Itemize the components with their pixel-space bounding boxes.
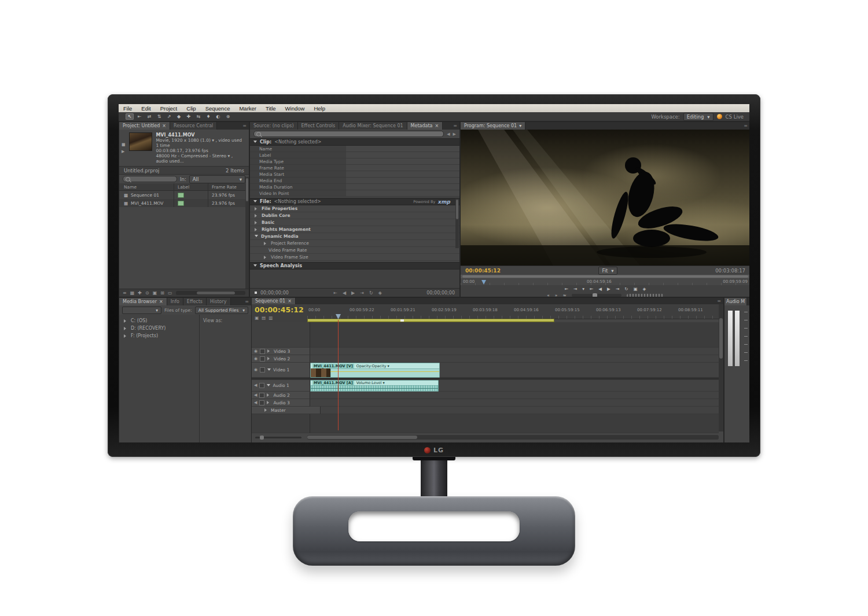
- menu-title[interactable]: Title: [261, 105, 281, 112]
- clip-thumbnail[interactable]: [129, 132, 153, 151]
- sync-lock-icon[interactable]: [260, 349, 265, 354]
- collapse-icon[interactable]: [267, 384, 270, 388]
- video-clip[interactable]: MVI_4411.MOV [V] Opacity:Opacity ▾: [310, 363, 440, 378]
- expand-icon[interactable]: [255, 221, 259, 224]
- tab-media-browser[interactable]: Media Browser ×: [119, 298, 167, 305]
- tree-item-d-drive[interactable]: D: (RECOVERY): [119, 324, 199, 332]
- step-forward-icon[interactable]: ⇥: [360, 290, 364, 296]
- trim-icon[interactable]: ≈: [562, 293, 566, 297]
- tab-audio-meters[interactable]: Audio M: [724, 298, 747, 305]
- field-value[interactable]: [346, 152, 459, 158]
- collapse-icon[interactable]: [253, 200, 257, 204]
- group-video-frame-size[interactable]: Video Frame Size: [250, 254, 459, 261]
- sync-lock-icon[interactable]: [259, 383, 264, 388]
- output-icon[interactable]: ◈: [378, 290, 382, 296]
- table-row[interactable]: ▩Sequence 01 23.976 fps: [119, 191, 249, 199]
- panel-menu-icon[interactable]: ≡: [451, 122, 459, 130]
- track-content[interactable]: [310, 355, 719, 363]
- sync-lock-icon[interactable]: [260, 367, 265, 372]
- poster-frame-icon[interactable]: ■: [122, 142, 126, 147]
- slide-tool-icon[interactable]: ⇆: [194, 113, 203, 120]
- collapse-icon[interactable]: [267, 368, 271, 372]
- table-row[interactable]: ▦MVI_4411.MOV 23.976 fps: [119, 199, 249, 207]
- group-dublin-core[interactable]: Dublin Core: [250, 212, 459, 219]
- track-header-master[interactable]: Master: [252, 407, 321, 414]
- jog-disk[interactable]: [627, 294, 664, 297]
- menu-clip[interactable]: Clip: [182, 105, 200, 112]
- go-to-in-icon[interactable]: ⇤: [333, 290, 337, 296]
- prev-icon[interactable]: ◀: [447, 132, 450, 137]
- hand-tool-icon[interactable]: ◐: [214, 113, 222, 120]
- track-content[interactable]: [310, 348, 719, 355]
- menu-edit[interactable]: Edit: [137, 105, 155, 112]
- menu-help[interactable]: Help: [309, 105, 330, 112]
- close-icon[interactable]: ×: [162, 123, 166, 128]
- clip-effect[interactable]: Opacity:Opacity ▾: [356, 364, 389, 368]
- loop-icon[interactable]: ↻: [369, 290, 373, 296]
- program-mini-ruler[interactable]: 00:00 00:04:59:16 00:09:59:09: [461, 278, 749, 285]
- new-bin-icon[interactable]: ▣: [153, 290, 157, 296]
- timeline-vertical-scrollbar[interactable]: [719, 304, 723, 431]
- track-header-video2[interactable]: ◉ Video 2: [252, 355, 310, 363]
- field-value[interactable]: [346, 190, 459, 196]
- icon-view-icon[interactable]: ▦: [130, 290, 135, 296]
- tab-audio-mixer[interactable]: Audio Mixer: Sequence 01: [339, 122, 407, 130]
- play-in-out-icon[interactable]: «: [547, 293, 550, 297]
- play-preview-icon[interactable]: ▶: [122, 149, 126, 154]
- zoom-level-select[interactable]: Fit ▾: [598, 267, 617, 275]
- column-name[interactable]: Name: [119, 183, 174, 190]
- collapse-icon[interactable]: [253, 141, 257, 145]
- jump-back-icon[interactable]: ⇤: [590, 286, 593, 292]
- tab-sequence-01[interactable]: Sequence 01 ×: [252, 298, 296, 304]
- work-area-handle[interactable]: [400, 319, 404, 322]
- clip-effect[interactable]: Volume:Level ▾: [356, 381, 385, 385]
- collapse-icon[interactable]: [253, 264, 257, 268]
- playhead-line[interactable]: [338, 320, 339, 430]
- playhead-marker-icon[interactable]: [481, 280, 486, 285]
- workspace-select[interactable]: Editing ▾: [683, 113, 713, 121]
- expand-icon[interactable]: [267, 393, 271, 397]
- new-item-icon[interactable]: ⊞: [160, 290, 164, 296]
- field-value[interactable]: [346, 171, 459, 177]
- set-encore-chapter-icon[interactable]: ▤: [262, 315, 266, 320]
- expand-icon[interactable]: [267, 401, 271, 404]
- track-header-video1[interactable]: ◉ Video 1: [252, 363, 310, 378]
- file-section-header[interactable]: File: <Nothing selected> Powered By xmp: [250, 198, 459, 205]
- toggle-track-output-icon[interactable]: ◉: [254, 357, 258, 361]
- bin-name[interactable]: Untitled.prproj: [124, 168, 159, 174]
- menu-file[interactable]: File: [119, 105, 137, 112]
- panel-menu-icon[interactable]: ≡: [242, 298, 251, 305]
- timeline-ruler[interactable]: 00:00 00:00:59:22 00:01:59:21 00:02:59:1…: [307, 304, 719, 319]
- files-of-type-select[interactable]: All Supported Files ▾: [195, 307, 248, 314]
- horizontal-scrollbar[interactable]: [176, 291, 246, 295]
- find-in-select[interactable]: All ▾: [189, 175, 245, 183]
- group-dynamic-media[interactable]: Dynamic Media: [250, 233, 459, 240]
- toggle-track-mute-icon[interactable]: ◀: [254, 383, 257, 388]
- label-chip[interactable]: [178, 201, 184, 206]
- set-marker-icon[interactable]: ▥: [269, 315, 273, 320]
- group-rights-management[interactable]: Rights Management: [250, 226, 459, 233]
- slip-tool-icon[interactable]: ✚: [185, 113, 193, 120]
- tree-item-f-drive[interactable]: F: (Projects): [119, 332, 199, 340]
- close-icon[interactable]: ×: [435, 123, 439, 128]
- close-icon[interactable]: ×: [288, 298, 292, 304]
- field-value[interactable]: [346, 178, 459, 183]
- export-frame-icon[interactable]: ◈: [643, 286, 646, 292]
- label-chip[interactable]: [178, 193, 184, 198]
- snap-icon[interactable]: ▣: [255, 315, 259, 320]
- toggle-track-mute-icon[interactable]: ◀: [254, 393, 257, 397]
- path-select[interactable]: ▾: [122, 307, 161, 314]
- zoom-tool-icon[interactable]: ⊕: [224, 113, 232, 120]
- list-view-icon[interactable]: ≡: [123, 290, 127, 296]
- program-current-timecode[interactable]: 00:00:45:12: [465, 268, 501, 274]
- ripple-edit-tool-icon[interactable]: ⇄: [145, 113, 153, 120]
- sync-lock-icon[interactable]: [259, 400, 264, 405]
- track-header-video3[interactable]: ◉ Video 3: [252, 348, 310, 355]
- tree-item-c-drive[interactable]: C: (OS): [119, 317, 199, 324]
- field-video-frame-rate[interactable]: Video Frame Rate: [250, 247, 459, 254]
- metadata-scrollbar[interactable]: [455, 198, 459, 248]
- cs-live-label[interactable]: CS Live: [726, 114, 744, 120]
- panel-menu-icon[interactable]: ≡: [715, 298, 723, 304]
- track-content[interactable]: [310, 392, 719, 399]
- opacity-rubber-band[interactable]: [330, 371, 439, 372]
